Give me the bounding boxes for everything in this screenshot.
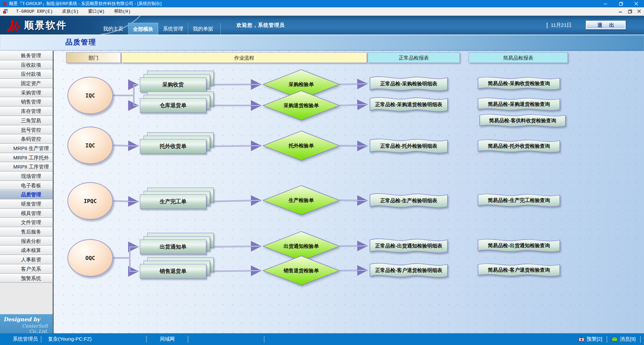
sidebar-item-costing[interactable]: 成本核算 [0,246,53,255]
mdi-restore-button[interactable] [625,8,635,15]
simple-report-customer-return[interactable]: 简易品检-客户退货检验查询 [477,262,561,278]
source-box-face[interactable]: 采购收货 [140,77,206,92]
app-header: 顺景软件 我的主页 全部模块 系统管理 我的单据 欢迎您，系统管理员 11月21… [0,16,644,34]
status-messages[interactable]: 消息[9] [607,336,640,342]
sidebar-item-triangle-trade[interactable]: 三角贸易 [0,116,53,125]
normal-report-purchase[interactable]: 正常品检-采购检验明细表 [369,74,448,93]
menu-window[interactable]: 窗口(W) [84,7,109,16]
source-box-label: 托外收货单 [160,143,186,150]
simple-report-shipping-notice[interactable]: 简易品检-出货通知检验查询 [477,237,561,254]
department-label: OQC [86,255,95,261]
sidebar-item-kanban[interactable]: 电子看板 [0,181,53,190]
source-box-warehouse-return[interactable]: 仓库退货单 [140,98,206,113]
sidebar-item-mrp2-production[interactable]: MRPII 生产管理 [0,144,53,153]
menu-help[interactable]: 帮助(H) [109,7,135,16]
inspection-label: 采购退货检验单 [262,90,340,121]
sidebar-item-fixed-assets[interactable]: 固定资产 [0,79,53,88]
sidebar-item-quality[interactable]: 品质管理 [0,190,53,199]
sidebar-item-lot-control[interactable]: 批号管控 [0,125,53,135]
report-label: 正常品检-采购检验明细表 [369,74,448,93]
sidebar-item-documents[interactable]: 文件管理 [0,218,53,227]
close-button[interactable] [629,0,644,7]
sidebar-item-accounting[interactable]: 账务管理 [0,51,53,60]
sidebar-item-rnd[interactable]: 研发管理 [0,199,53,209]
sidebar-item-report-analysis[interactable]: 报表分析 [0,236,53,246]
main-nav-tabs: 我的主页 全部模块 系统管理 我的单据 [98,23,221,34]
menu-tgroup-erp[interactable]: T-GROUP ERP(E) [11,7,57,16]
source-box-production-completion[interactable]: 生产完工单 [140,194,206,209]
status-divider [188,336,188,343]
report-label: 简易品检-托外收货检验查询 [477,138,561,154]
inspection-diamond-outsourcing[interactable]: 托外检验单 [262,131,340,161]
sidebar-item-inventory[interactable]: 库存管理 [0,107,53,116]
inspection-label: 销售退货检验单 [262,256,340,286]
inspection-diamond-sales-return[interactable]: 销售退货检验单 [262,256,340,286]
simple-report-outsourcing-receipt[interactable]: 简易品检-托外收货检验查询 [477,138,561,154]
status-network: 局域网 [147,336,188,342]
sidebar-item-after-sales[interactable]: 售后服务 [0,227,53,236]
status-bar: 系统管理员 复杂(Young-PC:FZ) 局域网 预警[2] 消息[9] [0,333,644,345]
inspection-label: 托外检验单 [262,131,340,161]
source-box-face[interactable]: 仓库退货单 [140,98,206,113]
sidebar-item-barcode-control[interactable]: 条码管控 [0,134,53,144]
source-box-sales-return[interactable]: 销售退货单 [140,264,206,279]
sidebar-item-mrp2-outsourcing[interactable]: MRPII 工序托外 [0,153,53,162]
window-title: 顺景『T-GROUP』制造业ERP系统 - 东莞顺景软件科技有限公司 - [系统… [9,1,161,7]
sidebar-item-alert-system[interactable]: 预警系统 [0,274,53,283]
inspection-label: 生产检验单 [262,185,340,215]
tab-my-documents[interactable]: 我的单据 [188,23,218,34]
alerts-label: 预警[2] [587,336,602,342]
sidebar-item-payables[interactable]: 应付款项 [0,69,53,79]
status-alerts[interactable]: 预警[2] [574,336,607,342]
source-box-shipping-notice[interactable]: 出货通知单 [140,239,206,254]
sidebar-item-sales[interactable]: 销售管理 [0,97,53,107]
sidebar-item-mold[interactable]: 模具管理 [0,209,53,218]
mdi-close-button[interactable] [635,8,644,15]
minimize-button[interactable] [598,0,613,7]
alert-icon [579,337,584,342]
department-label: IQC [86,142,95,149]
simple-report-production-completion[interactable]: 简易品检-生产完工检验查询 [477,192,561,209]
exit-button[interactable]: 退 出 [586,20,626,29]
simple-report-purchase-return[interactable]: 简易品检-采购退货检验查询 [477,96,561,113]
sidebar-item-shopfloor[interactable]: 现场管理 [0,171,53,181]
tab-all-modules[interactable]: 全部模块 [128,23,158,34]
normal-report-production[interactable]: 正常品检-生产检验明细表 [369,191,448,210]
sidebar-footer: Designed by CenterSoft Co.,Ltd. [0,314,53,333]
normal-report-outsourcing[interactable]: 正常品检-托外检验明细表 [369,137,448,155]
sidebar-item-mrp2-process[interactable]: MRPII 工序管理 [0,162,53,171]
normal-report-purchase-return[interactable]: 正常品检-采购退货检验明细表 [369,95,448,114]
restore-button[interactable] [613,0,629,7]
department-label: IQC [86,92,95,99]
sidebar-item-purchasing[interactable]: 采购管理 [0,88,53,97]
tab-my-homepage[interactable]: 我的主页 [98,23,128,34]
source-box-label: 出货通知单 [160,244,186,251]
tab-system-management[interactable]: 系统管理 [158,23,188,34]
sidebar-item-hr-payroll[interactable]: 人事薪资 [0,255,53,264]
source-box-outsourcing-receipt[interactable]: 托外收货单 [140,139,206,154]
minimize-icon [603,2,607,6]
source-box-face[interactable]: 生产完工单 [140,194,206,209]
source-box-face[interactable]: 托外收货单 [140,139,206,154]
menu-skin[interactable]: 皮肤(S) [57,7,83,16]
simple-report-purchase-receipt[interactable]: 简易品检-采购收货检验查询 [477,75,561,92]
normal-report-shipping-notice[interactable]: 正常品检-出货通知检验明细表 [369,236,448,255]
menu-bar: T-GROUP ERP(E) 皮肤(S) 窗口(W) 帮助(H) [0,7,644,16]
window-titlebar: 顺景『T-GROUP』制造业ERP系统 - 东莞顺景软件科技有限公司 - [系统… [0,0,644,7]
module-sidebar: 账务管理 应收款项 应付款项 固定资产 采购管理 销售管理 库存管理 三角贸易 … [0,51,54,333]
report-label: 简易品检-采购退货检验查询 [477,96,561,113]
mdi-minimize-button[interactable] [616,8,625,15]
sidebar-item-crm[interactable]: 客户关系 [0,264,53,274]
inspection-diamond-production[interactable]: 生产检验单 [262,185,340,215]
inspection-diamond-purchase-return[interactable]: 采购退货检验单 [262,90,340,121]
body-row: 账务管理 应收款项 应付款项 固定资产 采购管理 销售管理 库存管理 三角贸易 … [0,51,644,333]
sidebar-item-receivables[interactable]: 应收款项 [0,60,53,70]
source-box-face[interactable]: 出货通知单 [140,239,206,254]
source-box-face[interactable]: 销售退货单 [140,264,206,279]
sidebar-empty-area [0,283,53,314]
simple-report-customer-supplied-receipt[interactable]: 简易品检-客供料收货检验查询 [479,112,567,129]
source-box-purchase-receipt[interactable]: 采购收货 [140,77,206,92]
report-label: 简易品检-出货通知检验查询 [477,237,561,254]
normal-report-customer-return[interactable]: 正常品检-客户退货检验明细表 [369,261,448,280]
department-ellipse-oqc: OQC [67,239,113,277]
